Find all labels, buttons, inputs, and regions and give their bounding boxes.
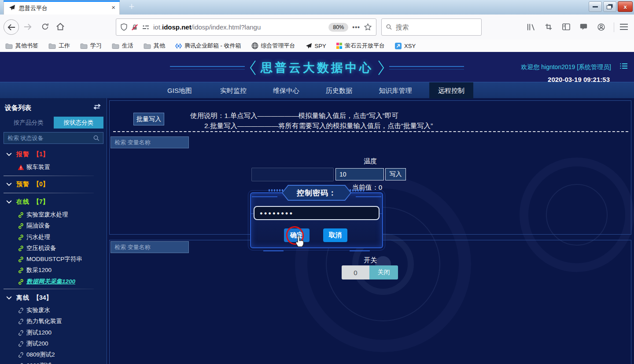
account-button[interactable] [597,23,605,33]
device-search-box[interactable] [4,132,103,144]
library-button[interactable] [527,23,535,33]
sidebars-button[interactable] [562,23,570,32]
collapse-swap-icon[interactable] [93,103,101,112]
device-item-offline[interactable]: 实验废水 [0,306,107,315]
device-item-online[interactable]: 污水处理 [0,233,107,242]
bookmark-star-icon[interactable] [364,23,372,31]
variable-search-box[interactable] [111,241,189,253]
url-text[interactable]: iot.idosp.net/idosp/index.html?langu [153,23,324,31]
bookmark-xsy[interactable]: XSY [395,43,416,49]
link-icon [18,223,25,229]
folder-icon [48,43,56,49]
nav-tab-knowledge[interactable]: 知识库管理 [372,82,419,99]
write-button[interactable]: 写入 [385,168,406,180]
broken-link-icon [18,341,25,347]
browser-tab[interactable]: 思普云平台 × [4,0,120,15]
nav-tab-remote-control[interactable]: 远程控制 [429,82,473,99]
bookmark-folder-work[interactable]: 工作 [48,42,70,50]
password-input[interactable]: ●●●●●●●● [254,206,380,220]
bookmark-mgmt-platform[interactable]: 综合管理平台 [251,42,295,50]
back-icon [7,24,15,31]
tab-close-icon[interactable]: × [111,4,115,11]
bookmark-folder-study[interactable]: 学习 [80,42,102,50]
screenshot-button[interactable] [545,23,552,32]
browser-search-bar[interactable] [381,18,482,36]
close-button[interactable]: x [618,1,633,12]
menu-button[interactable] [620,24,628,30]
user-menu-list-icon[interactable] [620,63,628,71]
main-nav: GIS地图 实时监控 维保中心 历史数据 知识库管理 远程控制 [0,82,634,98]
switch-write-panel: 开关 0 关闭 [109,240,631,364]
device-item-offline[interactable]: 测试1200 [0,328,107,337]
globe-icon [251,42,258,49]
group-offline[interactable]: 离线 【34】 [0,294,107,302]
temperature-value-input[interactable] [335,168,384,180]
variable-name-field[interactable] [251,168,334,181]
forward-button[interactable] [24,23,32,30]
restore-button[interactable] [603,1,616,12]
group-alarm[interactable]: 报警 【1】 [0,150,107,159]
messages-button[interactable] [580,23,587,32]
forward-icon [24,23,32,30]
page-header: 思普云大数据中心 欢迎您 hignton2019 [系统管理员] 2020-03… [0,52,634,82]
group-warning[interactable]: 预警 【0】 [0,180,107,189]
alert-triangle-icon [18,164,25,170]
insecure-lock-icon[interactable] [131,24,138,31]
bookmark-folder-life[interactable]: 生活 [112,42,133,50]
permissions-icon[interactable] [142,25,149,30]
modal-bottom-accent [263,250,284,251]
device-item-online[interactable]: 实验室废水处理 [0,210,107,219]
variable-search-input[interactable] [114,139,185,146]
device-item-online-selected[interactable]: 数据网关采集1200 [0,277,107,286]
minimize-button[interactable] [589,1,602,12]
cancel-button[interactable]: 取消 [323,228,347,242]
shield-icon[interactable] [121,23,127,31]
tab-by-status[interactable]: 按状态分类 [54,117,104,129]
device-item-alarm[interactable]: 猴车装置 [0,163,107,172]
home-button[interactable] [56,23,64,30]
page-title: 思普云大数据中心 [261,60,373,76]
divider [4,289,94,289]
ezviz-icon [336,43,343,49]
zoom-level-badge[interactable]: 80% [328,23,348,32]
tab-by-product[interactable]: 按产品分类 [4,117,54,129]
account-icon [597,23,605,31]
chevron-down-icon [6,153,12,156]
device-item-online[interactable]: 数采1200 [0,266,107,275]
restore-icon [607,5,612,9]
bookmark-spy[interactable]: SPY [306,43,326,49]
page-actions-icon[interactable]: ••• [352,24,360,31]
device-item-online[interactable]: 空压机设备 [0,244,107,253]
search-input[interactable] [395,23,477,31]
bookmark-folder-other[interactable]: 其他书签 [5,42,38,50]
back-button[interactable] [4,19,19,35]
batch-write-button[interactable]: 批量写入 [133,113,164,125]
group-online[interactable]: 在线 【7】 [0,198,107,206]
nav-tab-gis[interactable]: GIS地图 [160,82,199,99]
bookmark-folder-misc[interactable]: 其他 [144,42,165,50]
device-item-offline[interactable]: 0809测试2 [0,350,107,359]
modal-wing-line [356,196,381,197]
device-item-offline[interactable]: 测试200 [0,339,107,348]
switch-close-button[interactable]: 关闭 [369,265,398,279]
nav-tab-history[interactable]: 历史数据 [319,82,359,99]
device-item-online[interactable]: 隔油设备 [0,221,107,230]
url-bar[interactable]: iot.idosp.net/idosp/index.html?langu 80%… [116,18,376,36]
modal-title: 控制密码： [283,186,350,200]
bookmark-tencent-mail[interactable]: 腾讯企业邮箱 - 收件箱 [175,42,241,50]
device-item-offline[interactable]: 0909测试 [0,361,107,364]
broken-link-icon [18,363,25,364]
deco-line-left [170,66,245,70]
folder-icon [5,43,13,49]
variable-search-box[interactable] [111,136,189,148]
device-item-online[interactable]: MODBUSTCP字符串 [0,255,107,264]
nav-tab-maintenance[interactable]: 维保中心 [266,82,306,99]
bookmark-ezviz[interactable]: 萤石云开放平台 [336,42,385,50]
device-search-input[interactable] [7,135,93,141]
reload-button[interactable] [41,23,49,30]
nav-tab-realtime[interactable]: 实时监控 [214,82,253,99]
switch-value: 0 [342,265,369,279]
device-item-offline[interactable]: 热力氧化装置 [0,317,107,326]
variable-search-input[interactable] [114,244,185,250]
new-tab-button[interactable]: + [126,1,137,13]
